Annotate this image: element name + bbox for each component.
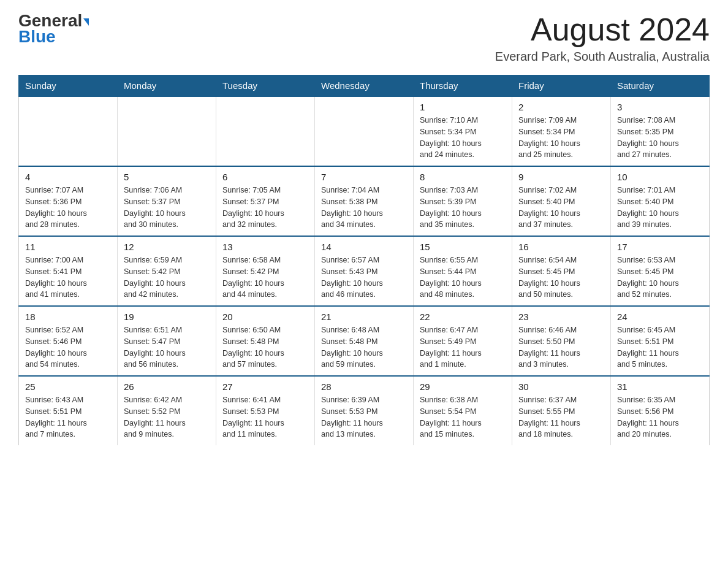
day-info: Sunrise: 6:47 AMSunset: 5:49 PMDaylight:… (420, 324, 506, 370)
calendar-cell: 24Sunrise: 6:45 AMSunset: 5:51 PMDayligh… (611, 306, 710, 376)
day-info: Sunrise: 6:37 AMSunset: 5:55 PMDaylight:… (518, 394, 604, 440)
logo: General Blue (18, 12, 89, 47)
calendar-cell: 29Sunrise: 6:38 AMSunset: 5:54 PMDayligh… (414, 376, 512, 445)
header-row: Sunday Monday Tuesday Wednesday Thursday… (19, 75, 710, 97)
calendar-cell: 9Sunrise: 7:02 AMSunset: 5:40 PMDaylight… (512, 166, 611, 236)
day-info: Sunrise: 6:35 AMSunset: 5:56 PMDaylight:… (617, 394, 703, 440)
calendar-cell: 28Sunrise: 6:39 AMSunset: 5:53 PMDayligh… (315, 376, 414, 445)
calendar-cell: 19Sunrise: 6:51 AMSunset: 5:47 PMDayligh… (118, 306, 216, 376)
location-subtitle: Everard Park, South Australia, Australia (495, 50, 710, 64)
col-monday: Monday (118, 75, 216, 97)
day-info: Sunrise: 6:39 AMSunset: 5:53 PMDaylight:… (321, 394, 407, 440)
day-number: 13 (222, 242, 308, 252)
day-info: Sunrise: 6:57 AMSunset: 5:43 PMDaylight:… (321, 255, 407, 301)
day-info: Sunrise: 7:09 AMSunset: 5:34 PMDaylight:… (518, 115, 604, 161)
day-number: 1 (420, 102, 506, 112)
day-number: 31 (617, 381, 703, 392)
title-area: August 2024 Everard Park, South Australi… (495, 12, 710, 64)
day-info: Sunrise: 6:52 AMSunset: 5:46 PMDaylight:… (25, 324, 111, 370)
calendar-row: 11Sunrise: 7:00 AMSunset: 5:41 PMDayligh… (19, 236, 710, 306)
day-info: Sunrise: 6:48 AMSunset: 5:48 PMDaylight:… (321, 324, 407, 370)
calendar-cell: 26Sunrise: 6:42 AMSunset: 5:52 PMDayligh… (118, 376, 216, 445)
day-info: Sunrise: 6:55 AMSunset: 5:44 PMDaylight:… (420, 255, 506, 301)
calendar-cell (216, 96, 315, 166)
calendar-header: Sunday Monday Tuesday Wednesday Thursday… (19, 75, 710, 97)
day-number: 6 (222, 172, 308, 182)
day-number: 19 (124, 312, 210, 322)
day-number: 2 (518, 102, 604, 112)
calendar-cell (315, 96, 414, 166)
calendar-cell: 25Sunrise: 6:43 AMSunset: 5:51 PMDayligh… (19, 376, 118, 445)
calendar-table: Sunday Monday Tuesday Wednesday Thursday… (18, 75, 710, 445)
day-number: 10 (617, 172, 703, 182)
col-thursday: Thursday (414, 75, 512, 97)
calendar-cell: 1Sunrise: 7:10 AMSunset: 5:34 PMDaylight… (414, 96, 512, 166)
calendar-cell: 7Sunrise: 7:04 AMSunset: 5:38 PMDaylight… (315, 166, 414, 236)
day-number: 8 (420, 172, 506, 182)
day-number: 5 (124, 172, 210, 182)
day-info: Sunrise: 6:58 AMSunset: 5:42 PMDaylight:… (222, 255, 308, 301)
calendar-cell: 27Sunrise: 6:41 AMSunset: 5:53 PMDayligh… (216, 376, 315, 445)
day-info: Sunrise: 6:41 AMSunset: 5:53 PMDaylight:… (222, 394, 308, 440)
day-number: 7 (321, 172, 407, 182)
day-number: 22 (420, 312, 506, 322)
calendar-cell: 6Sunrise: 7:05 AMSunset: 5:37 PMDaylight… (216, 166, 315, 236)
calendar-cell: 17Sunrise: 6:53 AMSunset: 5:45 PMDayligh… (611, 236, 710, 306)
calendar-cell: 30Sunrise: 6:37 AMSunset: 5:55 PMDayligh… (512, 376, 611, 445)
day-number: 17 (617, 242, 703, 252)
day-number: 9 (518, 172, 604, 182)
day-info: Sunrise: 6:38 AMSunset: 5:54 PMDaylight:… (420, 394, 506, 440)
calendar-body: 1Sunrise: 7:10 AMSunset: 5:34 PMDaylight… (19, 96, 710, 445)
day-info: Sunrise: 6:46 AMSunset: 5:50 PMDaylight:… (518, 324, 604, 370)
day-number: 15 (420, 242, 506, 252)
day-number: 26 (124, 381, 210, 392)
calendar-row: 4Sunrise: 7:07 AMSunset: 5:36 PMDaylight… (19, 166, 710, 236)
day-info: Sunrise: 7:00 AMSunset: 5:41 PMDaylight:… (25, 255, 111, 301)
calendar-cell: 23Sunrise: 6:46 AMSunset: 5:50 PMDayligh… (512, 306, 611, 376)
col-tuesday: Tuesday (216, 75, 315, 97)
day-info: Sunrise: 7:02 AMSunset: 5:40 PMDaylight:… (518, 185, 604, 231)
day-info: Sunrise: 6:50 AMSunset: 5:48 PMDaylight:… (222, 324, 308, 370)
day-info: Sunrise: 7:10 AMSunset: 5:34 PMDaylight:… (420, 115, 506, 161)
day-number: 14 (321, 242, 407, 252)
day-number: 20 (222, 312, 308, 322)
day-info: Sunrise: 6:43 AMSunset: 5:51 PMDaylight:… (25, 394, 111, 440)
page-header: General Blue August 2024 Everard Park, S… (18, 12, 710, 64)
day-info: Sunrise: 7:03 AMSunset: 5:39 PMDaylight:… (420, 185, 506, 231)
day-info: Sunrise: 7:07 AMSunset: 5:36 PMDaylight:… (25, 185, 111, 231)
day-info: Sunrise: 6:54 AMSunset: 5:45 PMDaylight:… (518, 255, 604, 301)
col-saturday: Saturday (611, 75, 710, 97)
calendar-cell: 10Sunrise: 7:01 AMSunset: 5:40 PMDayligh… (611, 166, 710, 236)
day-info: Sunrise: 7:04 AMSunset: 5:38 PMDaylight:… (321, 185, 407, 231)
calendar-cell: 4Sunrise: 7:07 AMSunset: 5:36 PMDaylight… (19, 166, 118, 236)
day-number: 28 (321, 381, 407, 392)
day-number: 4 (25, 172, 111, 182)
calendar-cell: 3Sunrise: 7:08 AMSunset: 5:35 PMDaylight… (611, 96, 710, 166)
day-number: 11 (25, 242, 111, 252)
day-number: 21 (321, 312, 407, 322)
col-friday: Friday (512, 75, 611, 97)
day-info: Sunrise: 7:01 AMSunset: 5:40 PMDaylight:… (617, 185, 703, 231)
calendar-cell: 31Sunrise: 6:35 AMSunset: 5:56 PMDayligh… (611, 376, 710, 445)
month-title: August 2024 (495, 12, 710, 47)
calendar-cell: 21Sunrise: 6:48 AMSunset: 5:48 PMDayligh… (315, 306, 414, 376)
calendar-cell: 15Sunrise: 6:55 AMSunset: 5:44 PMDayligh… (414, 236, 512, 306)
day-info: Sunrise: 6:45 AMSunset: 5:51 PMDaylight:… (617, 324, 703, 370)
calendar-cell: 13Sunrise: 6:58 AMSunset: 5:42 PMDayligh… (216, 236, 315, 306)
day-number: 27 (222, 381, 308, 392)
calendar-row: 1Sunrise: 7:10 AMSunset: 5:34 PMDaylight… (19, 96, 710, 166)
calendar-cell (19, 96, 118, 166)
day-number: 16 (518, 242, 604, 252)
calendar-cell: 14Sunrise: 6:57 AMSunset: 5:43 PMDayligh… (315, 236, 414, 306)
day-info: Sunrise: 7:05 AMSunset: 5:37 PMDaylight:… (222, 185, 308, 231)
calendar-cell: 8Sunrise: 7:03 AMSunset: 5:39 PMDaylight… (414, 166, 512, 236)
logo-blue: Blue (18, 27, 56, 47)
day-info: Sunrise: 7:06 AMSunset: 5:37 PMDaylight:… (124, 185, 210, 231)
day-info: Sunrise: 6:59 AMSunset: 5:42 PMDaylight:… (124, 255, 210, 301)
calendar-cell: 22Sunrise: 6:47 AMSunset: 5:49 PMDayligh… (414, 306, 512, 376)
day-number: 29 (420, 381, 506, 392)
calendar-cell: 16Sunrise: 6:54 AMSunset: 5:45 PMDayligh… (512, 236, 611, 306)
day-info: Sunrise: 6:42 AMSunset: 5:52 PMDaylight:… (124, 394, 210, 440)
calendar-cell: 11Sunrise: 7:00 AMSunset: 5:41 PMDayligh… (19, 236, 118, 306)
calendar-cell: 5Sunrise: 7:06 AMSunset: 5:37 PMDaylight… (118, 166, 216, 236)
